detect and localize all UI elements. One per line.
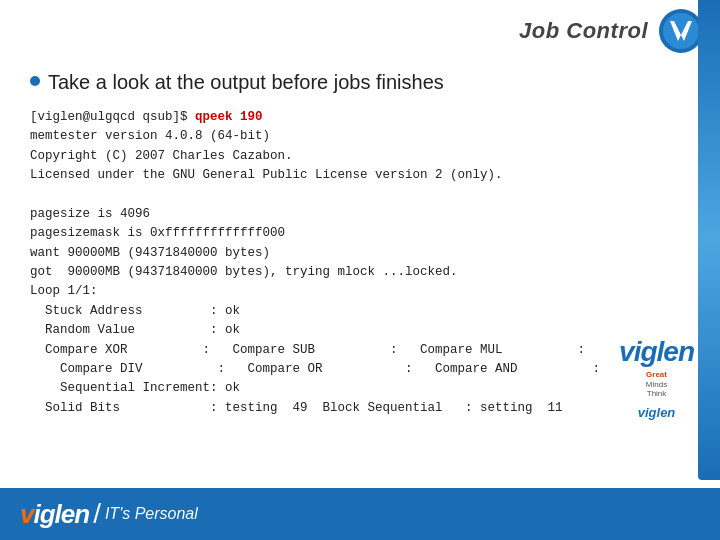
header: Job Control xyxy=(0,0,720,58)
bullet-dot-icon xyxy=(30,76,40,86)
terminal-line-9: Stuck Address : ok xyxy=(30,304,240,318)
footer-logo-text: viglen xyxy=(20,499,89,530)
terminal-line-3: Licensed under the GNU General Public Li… xyxy=(30,168,503,182)
footer-v: v xyxy=(20,499,33,529)
terminal-output: [viglen@ulgqcd qsub]$ qpeek 190 memteste… xyxy=(30,108,690,418)
footer-iglen: iglen xyxy=(33,499,89,529)
terminal-line-11: Compare XOR : Compare SUB : Compare MUL … xyxy=(30,343,585,357)
side-viglen-bottom: viglen xyxy=(638,405,676,420)
terminal-prompt: [viglen@ulgqcd qsub]$ xyxy=(30,110,195,124)
terminal-line-7: got 90000MB (94371840000 bytes), trying … xyxy=(30,265,458,279)
bullet-label: Take a look at the output before jobs fi… xyxy=(48,68,444,96)
svg-point-1 xyxy=(663,13,699,49)
side-minds-text: Minds xyxy=(646,380,667,390)
terminal-line-8: Loop 1/1: xyxy=(30,284,98,298)
side-logo-text: viglen xyxy=(619,336,694,368)
terminal-line-14: Solid Bits : testing 49 Block Sequential… xyxy=(30,401,563,415)
terminal-line-12: Compare DIV : Compare OR : Compare AND : xyxy=(30,362,600,376)
terminal-command: qpeek 190 xyxy=(195,110,263,124)
decorative-bar xyxy=(698,0,720,480)
terminal-line-6: want 90000MB (94371840000 bytes) xyxy=(30,246,270,260)
side-think-text: Think xyxy=(647,389,667,399)
terminal-line-10: Random Value : ok xyxy=(30,323,240,337)
side-logo-words: Great Minds Think xyxy=(646,370,667,399)
main-content: Take a look at the output before jobs fi… xyxy=(0,58,720,428)
bullet-item: Take a look at the output before jobs fi… xyxy=(30,68,690,96)
slide-title: Job Control xyxy=(519,18,648,44)
footer: viglen / IT's Personal xyxy=(0,488,720,540)
slide: Job Control Take a look at the output be… xyxy=(0,0,720,540)
footer-tagline: IT's Personal xyxy=(105,505,198,523)
terminal-line-4: pagesize is 4096 xyxy=(30,207,150,221)
side-viglen-logo: viglen Great Minds Think viglen xyxy=(619,336,694,420)
terminal-line-1: memtester version 4.0.8 (64-bit) xyxy=(30,129,270,143)
terminal-line-13: Sequential Increment: ok xyxy=(30,381,240,395)
footer-divider: / xyxy=(93,498,101,530)
side-great-text: Great xyxy=(646,370,667,380)
terminal-line-5: pagesizemask is 0xfffffffffffff000 xyxy=(30,226,285,240)
terminal-line-2: Copyright (C) 2007 Charles Cazabon. xyxy=(30,149,293,163)
footer-logo: viglen / IT's Personal xyxy=(20,498,198,530)
